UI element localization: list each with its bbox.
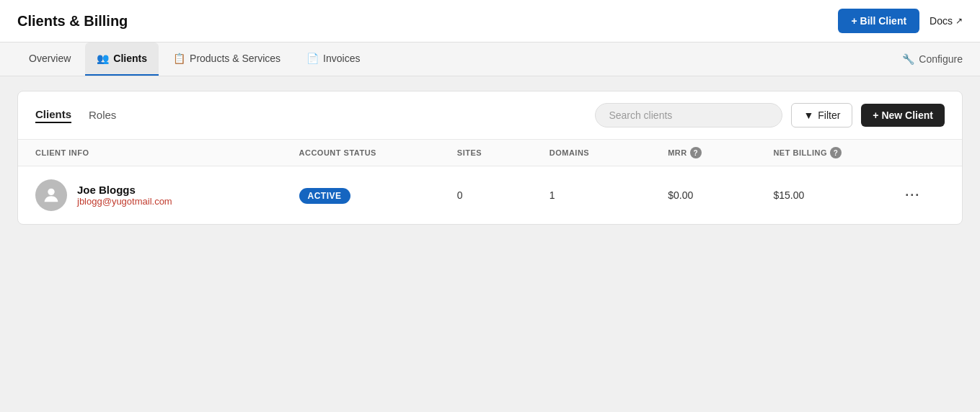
- invoices-icon: 📄: [306, 53, 319, 64]
- th-mrr: MRR ?: [668, 147, 773, 158]
- account-status-cell: ACTIVE: [299, 189, 457, 201]
- th-net-billing: NET BILLING ?: [773, 147, 905, 158]
- clients-sub-tabs: Clients Roles: [35, 108, 116, 123]
- net-billing-cell: $15.00: [773, 189, 905, 201]
- svg-point-0: [48, 189, 54, 195]
- configure-button[interactable]: 🔧 Configure: [902, 53, 963, 65]
- client-name: Joe Bloggs: [77, 184, 172, 196]
- filter-icon: ▼: [803, 109, 813, 121]
- tab-overview[interactable]: Overview: [17, 42, 82, 76]
- table-row: Joe Bloggs jblogg@yugotmail.com ACTIVE 0…: [18, 166, 962, 224]
- th-account-status: ACCOUNT STATUS: [299, 147, 457, 158]
- status-badge: ACTIVE: [299, 188, 350, 204]
- products-services-icon: 📋: [173, 53, 185, 64]
- new-client-label: + New Client: [873, 109, 933, 121]
- search-input[interactable]: [595, 103, 782, 127]
- mrr-cell: $0.00: [668, 189, 773, 201]
- sites-cell: 0: [457, 189, 549, 201]
- client-info-cell: Joe Bloggs jblogg@yugotmail.com: [35, 179, 299, 211]
- th-domains: DOMAINS: [549, 147, 668, 158]
- th-actions: [905, 147, 945, 158]
- tab-products-services[interactable]: 📋 Products & Services: [162, 42, 292, 76]
- configure-label: Configure: [919, 53, 963, 65]
- bill-client-label: + Bill Client: [851, 15, 906, 27]
- page-header: Clients & Billing + Bill Client Docs ↗: [0, 0, 980, 42]
- new-client-button[interactable]: + New Client: [861, 104, 945, 127]
- clients-card: Clients Roles ▼ Filter + New Client CLIE…: [17, 91, 963, 225]
- row-actions-cell: ···: [905, 188, 945, 203]
- domains-cell: 1: [549, 189, 668, 201]
- avatar: [35, 179, 67, 211]
- search-input-wrap: [595, 103, 782, 127]
- th-sites: SITES: [457, 147, 549, 158]
- header-actions: + Bill Client Docs ↗: [838, 9, 963, 33]
- bill-client-button[interactable]: + Bill Client: [838, 9, 919, 33]
- table-header: CLIENT INFO ACCOUNT STATUS SITES DOMAINS…: [18, 140, 962, 166]
- client-details: Joe Bloggs jblogg@yugotmail.com: [77, 184, 172, 207]
- tab-invoices-label: Invoices: [323, 53, 360, 64]
- configure-icon: 🔧: [902, 53, 914, 65]
- docs-button[interactable]: Docs ↗: [930, 15, 963, 27]
- client-email: jblogg@yugotmail.com: [77, 196, 172, 207]
- page-title: Clients & Billing: [17, 13, 128, 30]
- tab-clients[interactable]: 👥 Clients: [85, 42, 159, 76]
- docs-label: Docs: [930, 15, 953, 27]
- tab-invoices[interactable]: 📄 Invoices: [295, 42, 371, 76]
- sub-tab-clients[interactable]: Clients: [35, 108, 71, 123]
- filter-button[interactable]: ▼ Filter: [791, 103, 852, 127]
- more-options-button[interactable]: ···: [905, 188, 920, 203]
- user-avatar-icon: [41, 185, 61, 205]
- clients-toolbar: Clients Roles ▼ Filter + New Client: [18, 91, 962, 140]
- mrr-info-icon[interactable]: ?: [690, 147, 702, 158]
- tab-clients-label: Clients: [113, 53, 147, 64]
- toolbar-right: ▼ Filter + New Client: [595, 103, 945, 127]
- tab-overview-label: Overview: [29, 53, 71, 64]
- filter-label: Filter: [818, 109, 840, 121]
- external-link-icon: ↗: [955, 16, 963, 26]
- sub-tab-roles[interactable]: Roles: [89, 109, 116, 122]
- clients-icon: 👥: [97, 53, 109, 64]
- tab-products-services-label: Products & Services: [190, 53, 281, 64]
- th-client-info: CLIENT INFO: [35, 147, 299, 158]
- nav-bar: Overview 👥 Clients 📋 Products & Services…: [0, 42, 980, 76]
- nav-tabs: Overview 👥 Clients 📋 Products & Services…: [17, 42, 371, 76]
- net-billing-info-icon[interactable]: ?: [830, 147, 842, 158]
- main-content: Clients Roles ▼ Filter + New Client CLIE…: [0, 76, 980, 239]
